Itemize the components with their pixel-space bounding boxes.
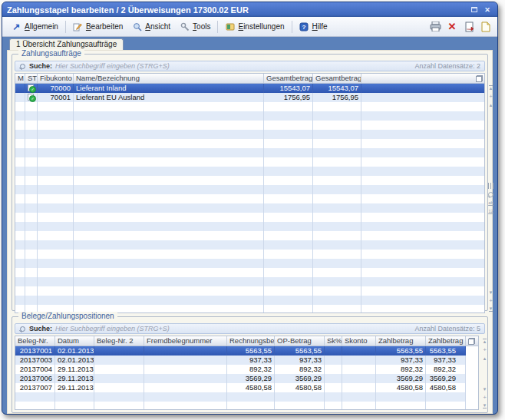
column-header-skonto[interactable]: Skonto [342, 336, 376, 346]
table-row-empty [15, 194, 484, 203]
delete-button[interactable]: ✕ [445, 20, 459, 33]
column-select-button[interactable] [474, 74, 484, 83]
cell-fibukonto [38, 139, 74, 148]
menu-allgemein[interactable]: ↗ Allgemein [7, 19, 63, 34]
column-header-rechnungsbetrag[interactable]: Rechnungsbetrag [227, 336, 275, 346]
exit-button[interactable] [462, 20, 476, 33]
cell-name [74, 148, 264, 157]
column-header-datum[interactable]: Datum [55, 336, 94, 346]
column-header-beleg-nr[interactable]: Beleg-Nr. [15, 336, 55, 346]
cell-zahlbetrag: 5563,55 [376, 346, 426, 356]
cell-gesamtbetrag: 15543,07 [264, 84, 313, 93]
go-previous-button[interactable]: ▲ [480, 354, 489, 362]
new-page-button[interactable] [479, 20, 493, 33]
cell-m [15, 259, 25, 268]
table-row[interactable]: 2013700629.11.2013 /Fr3569,293569,293569… [15, 374, 466, 383]
column-header-zahlbetrag[interactable]: Zahlbetrag [376, 336, 426, 346]
cell-zahlbetrag [376, 392, 426, 402]
go-last-button[interactable]: ▼ [480, 402, 489, 410]
table-row-empty [15, 130, 484, 139]
go-last-button[interactable]: ▼ [487, 305, 495, 313]
sort-alpha-icon: ab [488, 200, 493, 206]
column-header-gesamtbetrag[interactable]: Gesamtbetrag [264, 74, 313, 83]
table-row[interactable]: 2013700102.01.2013 /Mi5563,555563,555563… [15, 346, 466, 356]
menu-einstellungen[interactable]: Einstellungen [220, 19, 289, 34]
column-header-sk[interactable]: Sk% [325, 336, 342, 346]
cell-filler [361, 268, 484, 277]
go-first-button[interactable]: ▲ [480, 337, 489, 346]
column-header-st[interactable]: ST [25, 74, 38, 83]
table-header: Beleg-Nr. Datum Beleg-Nr. 2 Fremdbelegnu… [15, 336, 478, 346]
column-header-name[interactable]: Name/Bezeichnung [74, 74, 264, 83]
table-row[interactable]: 2013700429.11.2013 /Fr892,32892,32892,32… [15, 365, 466, 374]
tab-uebersicht-zahlungsauftraege[interactable]: 1 Übersicht Zahlungsaufträge [9, 38, 124, 50]
column-header-fremdbelegnummer[interactable]: Fremdbelegnummer [144, 336, 227, 346]
cell-zahlbetrag-euro [426, 392, 466, 402]
column-header-gesamtbetrag-euro[interactable]: Gesamtbetrag Euro [313, 74, 361, 83]
cell-m [15, 296, 25, 305]
table-row-empty [15, 231, 484, 240]
cell-name [74, 240, 264, 250]
search-input[interactable]: Hier Suchbegriff eingeben (STRG+S) [55, 62, 411, 70]
cell-zahlbetrag-euro: 5563,55 [426, 346, 466, 356]
zoom-button[interactable] [487, 190, 495, 199]
cell-skonto [342, 374, 376, 383]
cell-beleg-nr [15, 392, 55, 402]
cell-fibukonto: 70001 [38, 93, 74, 102]
page-down-button[interactable]: + [480, 393, 489, 402]
cell-st [25, 259, 38, 268]
status-ok-icon [28, 94, 34, 101]
fit-columns-button[interactable] [487, 182, 495, 190]
cell-fibukonto [38, 268, 74, 277]
column-select-button[interactable] [466, 336, 477, 346]
cell-zahlbetrag: 3569,29 [376, 374, 426, 383]
cell-fremdbelegnummer [144, 383, 227, 392]
go-next-button[interactable]: ▼ [487, 288, 495, 296]
window-title: Zahlungsstapel bearbeiten / 2 Überweisun… [7, 5, 467, 15]
cell-m [15, 176, 25, 185]
column-header-zahlbetrag-euro[interactable]: Zahlbetrag Euro [426, 336, 466, 346]
cell-m [15, 286, 25, 296]
page-up-button[interactable]: + [487, 92, 495, 101]
cell-zahlbetrag: 892,32 [376, 365, 426, 374]
go-first-button[interactable]: ▲ [487, 84, 495, 92]
cell-gesamtbetrag [264, 203, 313, 213]
table-row[interactable]: 2013700729.11.2013 /Fr4580,584580,584580… [15, 383, 466, 392]
page-down-button[interactable]: + [487, 296, 495, 305]
column-header-op-betrag[interactable]: OP-Betrag [275, 336, 325, 346]
menu-bearbeiten[interactable]: Bearbeiten [68, 19, 127, 34]
search-input[interactable]: Hier Suchbegriff eingeben (STRG+S) [55, 325, 411, 332]
table-row-empty [15, 176, 484, 185]
column-header-fibukonto[interactable]: Fibukonto [38, 74, 74, 83]
table-row[interactable]: 70001 Lieferant EU Ausland 1756,95 1756,… [15, 93, 484, 102]
cell-gesamtbetrag-euro [313, 130, 361, 139]
table-row[interactable]: 2013700302.01.2013 /Mi937,33937,33937,33… [15, 356, 466, 365]
go-next-button[interactable]: ▼ [480, 385, 489, 393]
cell-st [25, 222, 38, 231]
column-header-m[interactable]: M [15, 74, 25, 83]
page-up-button[interactable]: + [480, 346, 489, 354]
help-icon: ? [299, 21, 309, 31]
cell-rechnungsbetrag: 937,33 [227, 356, 275, 365]
cell-skonto [342, 356, 376, 365]
close-button[interactable]: ✕ [482, 5, 493, 15]
cell-beleg-nr: 20137006 [15, 374, 55, 383]
restore-button[interactable] [469, 5, 480, 15]
cell-m [15, 213, 25, 222]
cell-rechnungsbetrag [227, 402, 275, 410]
cell-m [15, 240, 25, 250]
table-row[interactable]: 70000 Lieferant Inland 15543,07 15543,07 [15, 84, 484, 93]
record-count: Anzahl Datensätze: 5 [414, 325, 480, 332]
menu-hilfe[interactable]: ? Hilfe [295, 19, 332, 34]
cell-filler [361, 277, 484, 286]
tab-strip: 1 Übersicht Zahlungsaufträge [2, 37, 497, 50]
print-button[interactable] [428, 20, 442, 33]
column-header-beleg-nr-2[interactable]: Beleg-Nr. 2 [94, 336, 144, 346]
menu-tools[interactable]: Tools [175, 19, 215, 34]
sort-alpha-button[interactable]: ab [487, 199, 495, 207]
cell-sk [325, 365, 342, 374]
go-previous-button[interactable]: ▲ [487, 101, 495, 109]
cell-beleg-nr: 20137001 [15, 346, 55, 356]
sort-numeric-button[interactable]: 12 [487, 207, 495, 216]
menu-ansicht[interactable]: Ansicht [127, 19, 175, 34]
